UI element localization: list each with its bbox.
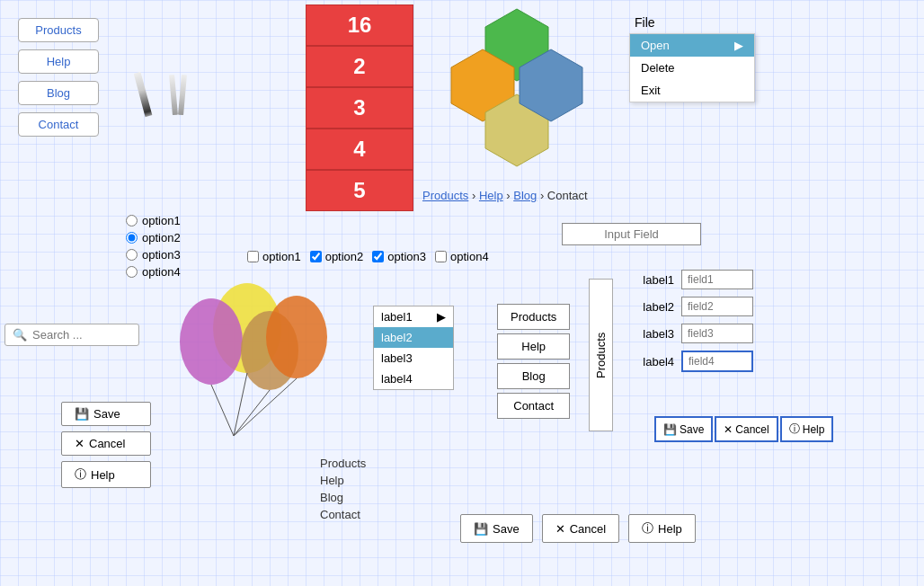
- floppy-icon: 💾: [663, 423, 677, 436]
- nav-products-button[interactable]: Products: [18, 18, 99, 42]
- balloon-illustration: [162, 270, 324, 449]
- bottom-save-button[interactable]: 💾 Save: [460, 514, 533, 543]
- menu-list-products[interactable]: Products: [320, 457, 366, 470]
- checkbox-option1[interactable]: option1: [247, 250, 301, 263]
- svg-line-10: [234, 390, 270, 436]
- form-label-3: label3: [638, 327, 674, 341]
- search-input[interactable]: [32, 328, 131, 342]
- radio-option2[interactable]: option2: [126, 231, 181, 244]
- handle-icon-left: [169, 74, 178, 114]
- menu-list: Products Help Blog Contact: [320, 457, 366, 521]
- nav-help-button[interactable]: Help: [18, 49, 99, 74]
- bar-row-5: 5: [306, 170, 413, 211]
- form-row-2: label2: [638, 297, 753, 316]
- nav-buttons: Products Help Blog Contact: [18, 18, 99, 137]
- radio-option1[interactable]: option1: [126, 214, 181, 227]
- breadcrumb-products[interactable]: Products: [422, 189, 468, 202]
- menu-list-contact[interactable]: Contact: [320, 508, 366, 521]
- small-save-button[interactable]: 💾 Save: [654, 416, 713, 442]
- vert-products-button[interactable]: Products: [497, 304, 570, 330]
- left-help-button[interactable]: ⓘ Help: [61, 461, 151, 488]
- breadcrumb: Products › Help › Blog › Contact: [422, 189, 588, 202]
- small-button-group: 💾 Save ✕ Cancel ⓘ Help: [654, 416, 833, 442]
- hexagon-group: [418, 4, 616, 180]
- form-field-2[interactable]: [681, 297, 753, 316]
- bar-row-16: 16: [306, 4, 413, 46]
- svg-point-5: [180, 298, 243, 385]
- breadcrumb-blog[interactable]: Blog: [513, 189, 537, 202]
- menu-item-exit[interactable]: Exit: [630, 79, 754, 102]
- breadcrumb-current: Contact: [547, 189, 588, 202]
- svg-line-8: [211, 385, 234, 436]
- checkbox-option3[interactable]: option3: [372, 250, 426, 263]
- menu-item-delete[interactable]: Delete: [630, 57, 754, 79]
- small-help-button[interactable]: ⓘ Help: [780, 416, 834, 442]
- small-cancel-button[interactable]: ✕ Cancel: [715, 416, 777, 442]
- input-field-container: [562, 223, 701, 245]
- breadcrumb-help[interactable]: Help: [479, 189, 503, 202]
- svg-line-9: [234, 373, 247, 436]
- listbox-item-3[interactable]: label3: [374, 348, 453, 368]
- left-button-group: 💾 Save ✕ Cancel ⓘ Help: [61, 402, 151, 488]
- bottom-button-group: 💾 Save ✕ Cancel ⓘ Help: [460, 514, 696, 543]
- icons-area: [139, 72, 185, 117]
- x-icon: ✕: [724, 423, 733, 436]
- bar-row-2: 2: [306, 46, 413, 87]
- vert-contact-button[interactable]: Contact: [497, 393, 570, 419]
- file-menu-title[interactable]: File: [629, 13, 755, 31]
- vert-blog-button[interactable]: Blog: [497, 363, 570, 389]
- handle-icon-right: [178, 74, 187, 114]
- search-icon: 🔍: [13, 328, 27, 342]
- form-row-4: label4: [638, 351, 753, 372]
- checkbox-option2[interactable]: option2: [310, 250, 364, 263]
- form-row-1: label1: [638, 270, 753, 289]
- radio-option3[interactable]: option3: [126, 248, 181, 262]
- bottom-floppy-icon: 💾: [474, 522, 488, 536]
- bottom-help-button[interactable]: ⓘ Help: [628, 514, 696, 543]
- bottom-cancel-button[interactable]: ✕ Cancel: [542, 514, 619, 543]
- form-label-1: label1: [638, 273, 674, 287]
- menu-item-open[interactable]: Open ▶: [630, 34, 754, 57]
- bottom-info-icon: ⓘ: [642, 520, 653, 537]
- listbox-item-1[interactable]: label1 ▶: [374, 306, 453, 327]
- vert-help-button[interactable]: Help: [497, 333, 570, 360]
- checkbox-option4[interactable]: option4: [435, 250, 489, 263]
- file-menu-dropdown: Open ▶ Delete Exit: [629, 33, 755, 102]
- input-field[interactable]: [562, 223, 701, 245]
- nav-blog-button[interactable]: Blog: [18, 81, 99, 105]
- left-save-button[interactable]: 💾 Save: [61, 402, 151, 426]
- menu-list-blog[interactable]: Blog: [320, 491, 366, 504]
- form-label-2: label2: [638, 300, 674, 314]
- save-floppy-icon: 💾: [75, 407, 89, 421]
- form-field-1[interactable]: [681, 270, 753, 289]
- listbox-item-2[interactable]: label2: [374, 327, 453, 348]
- pencil-icon: [134, 72, 153, 117]
- bottom-x-icon: ✕: [555, 522, 565, 536]
- info-icon: ⓘ: [789, 422, 800, 437]
- vertical-button-group: Products Help Blog Contact: [497, 304, 570, 419]
- menu-list-help[interactable]: Help: [320, 474, 366, 487]
- file-menu: File Open ▶ Delete Exit: [629, 13, 755, 102]
- rotated-products-label: Products: [589, 279, 613, 431]
- help-info-icon: ⓘ: [75, 466, 86, 483]
- form-row-3: label3: [638, 324, 753, 343]
- bar-row-3: 3: [306, 87, 413, 129]
- bar-chart: 16 2 3 4 5: [306, 4, 413, 211]
- search-box[interactable]: 🔍: [4, 324, 139, 346]
- svg-point-7: [266, 296, 327, 378]
- nav-contact-button[interactable]: Contact: [18, 112, 99, 137]
- form-label-4: label4: [638, 355, 674, 368]
- bar-row-4: 4: [306, 129, 413, 170]
- cancel-x-icon: ✕: [75, 437, 84, 450]
- form-group: label1 label2 label3 label4: [638, 270, 753, 372]
- form-field-3[interactable]: [681, 324, 753, 343]
- balloons-svg: [162, 270, 328, 449]
- form-field-4[interactable]: [681, 351, 753, 372]
- checkbox-row: option1 option2 option3 option4: [247, 250, 489, 263]
- left-cancel-button[interactable]: ✕ Cancel: [61, 431, 151, 456]
- listbox[interactable]: label1 ▶ label2 label3 label4: [373, 306, 454, 390]
- listbox-item-4[interactable]: label4: [374, 368, 453, 389]
